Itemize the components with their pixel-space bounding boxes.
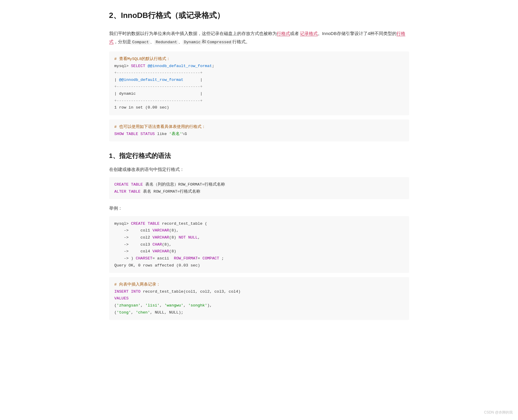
code-block-example: mysql> CREATE TABLE record_test_table ( … (109, 216, 409, 273)
code-block-insert: # 向表中插入两条记录： INSERT INTO record_test_tab… (109, 277, 409, 320)
section1-desc: 在创建或修改表的语句中指定行格式： (109, 166, 409, 173)
code-comment-2: # 也可以使用如下语法查看具体表使用的行格式： (114, 125, 206, 129)
page-wrapper: 2、InnoDB行格式（或记录格式） 我们平时的数据以行为单位来向表中插入数据，… (97, 0, 421, 342)
section2-title: 2、InnoDB行格式（或记录格式） (109, 9, 409, 24)
example-label: 举例： (109, 204, 409, 212)
section1-title: 1、指定行格式的语法 (109, 150, 409, 161)
code-block-syntax: CREATE TABLE 表名（列的信息）ROW_FORMAT=行格式名称 AL… (109, 177, 409, 199)
code-block-select-format: # 查看MySQL8的默认行格式： mysql> SELECT @@innodb… (109, 51, 409, 115)
link-jilugeshi: 记录格式 (300, 31, 318, 36)
code-comment-3: # 向表中插入两条记录： (114, 282, 160, 287)
code-block-show-status: # 也可以使用如下语法查看具体表使用的行格式： SHOW TABLE STATU… (109, 119, 409, 141)
code-comment-1: # 查看MySQL8的默认行格式： (114, 57, 171, 61)
link-hangeshi1: 行格式 (277, 31, 290, 36)
section2-intro: 我们平时的数据以行为单位来向表中插入数据，这些记录在磁盘上的存放方式也被称为行格… (109, 29, 409, 46)
